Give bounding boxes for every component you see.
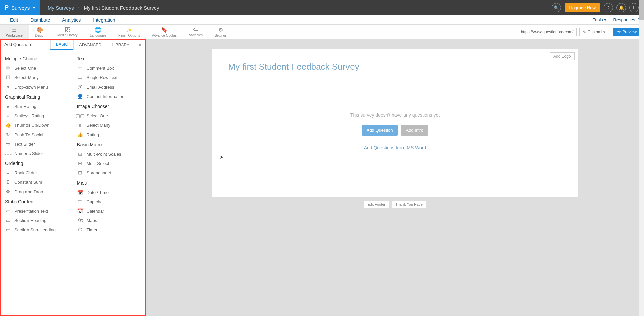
toolbar-right: ✎ Customize 👁 Preview [518, 25, 644, 39]
question-type-smiley-rating[interactable]: ☺Smiley - Rating [4, 111, 70, 120]
breadcrumb: My Surveys › My first Student Feedback S… [40, 5, 159, 11]
panel-body: Multiple Choice⦿Select One☑Select Many▾D… [1, 50, 145, 238]
tool-settings[interactable]: ⚙Settings [209, 25, 233, 39]
scrollbar[interactable] [639, 0, 644, 316]
breadcrumb-current: My first Student Feedback Survey [84, 5, 159, 11]
question-type-calendar[interactable]: 📅Calendar [76, 206, 142, 216]
preview-button[interactable]: 👁 Preview [613, 28, 641, 36]
app-name: Surveys [11, 5, 30, 11]
question-type-section-heading[interactable]: ▭Section Heading [4, 216, 70, 225]
star-rating-icon: ★ [5, 104, 11, 109]
question-type-select-one[interactable]: ⦿Select One [4, 63, 70, 73]
tab-advanced[interactable]: ADVANCED [73, 40, 107, 50]
question-type-select-one[interactable]: ▢▢Select One [76, 111, 142, 120]
survey-title[interactable]: My first Student Feedback Survey [212, 49, 578, 79]
text-slider-icon: ⇆ [5, 141, 11, 147]
smiley-rating-icon: ☺ [5, 113, 11, 118]
bell-icon[interactable]: 🔔 [616, 3, 626, 12]
numeric-slider-icon: ○○○ [5, 151, 11, 156]
question-type-rank-order[interactable]: ≡Rank Order [4, 168, 70, 177]
question-type-captcha[interactable]: ⬚Captcha [76, 197, 142, 206]
tool-languages[interactable]: 🌐Languages [84, 25, 113, 39]
question-type-spreadsheet[interactable]: ⊞Spreadsheet [76, 168, 142, 177]
tool-media-library[interactable]: 🖼Media Library [51, 25, 84, 39]
thank-you-page-button[interactable]: Thank You Page [392, 201, 426, 208]
question-type-star-rating[interactable]: ★Star Rating [4, 102, 70, 111]
category-header: Text [76, 53, 142, 63]
question-type-select-many[interactable]: ☑Select Many [4, 73, 70, 82]
chevron-down-icon: ▼ [32, 6, 36, 10]
question-type-label: Push To Social [14, 132, 43, 137]
tab-library[interactable]: LIBRARY [107, 40, 135, 50]
section-heading-icon: ▭ [5, 218, 11, 223]
question-type-single-row-text[interactable]: ▭Single Row Text [76, 73, 142, 82]
question-type-email-address[interactable]: @Email Address [76, 82, 142, 92]
panel-header: Add Question BASICADVANCEDLIBRARY ✕ [1, 40, 145, 50]
upgrade-button[interactable]: Upgrade Now [565, 3, 601, 12]
finish-options-icon: ✨ [126, 27, 132, 33]
question-type-section-sub-heading[interactable]: ▭Section Sub-Heading [4, 225, 70, 234]
customize-button[interactable]: ✎ Customize [579, 28, 610, 36]
question-type-contact-information[interactable]: 👤Contact Information [76, 92, 142, 101]
question-type-multi-point-scales[interactable]: ⊞Multi-Point Scales [76, 149, 142, 159]
tab-basic[interactable]: BASIC [50, 40, 73, 50]
add-logo-button[interactable]: Add Logo [550, 52, 574, 60]
spreadsheet-icon: ⊞ [77, 170, 83, 175]
panel-title: Add Question [1, 40, 34, 50]
question-type-constant-sum[interactable]: ΣConstant Sum [4, 177, 70, 187]
tool-finish-options[interactable]: ✨Finish Options [112, 25, 146, 39]
help-icon[interactable]: ? [604, 3, 613, 12]
select-one-icon: ▢▢ [77, 113, 83, 118]
question-type-date-time[interactable]: 📅Date / Time [76, 188, 142, 197]
toolbar: ☰Workspace🎨Design🖼Media Library🌐Language… [0, 25, 644, 39]
nav-item-integration[interactable]: Integration [87, 16, 121, 24]
tool-label: Languages [90, 34, 107, 37]
search-icon[interactable]: 🔍 [552, 3, 561, 12]
comment-box-icon: ▭ [77, 65, 83, 71]
survey-url-input[interactable] [518, 28, 577, 36]
nav-item-analytics[interactable]: Analytics [56, 16, 87, 24]
tool-design[interactable]: 🎨Design [29, 25, 51, 39]
empty-text: This survey doesn't have any questions y… [212, 112, 578, 118]
category-header: Static Content [4, 196, 70, 206]
close-icon[interactable]: ✕ [135, 40, 145, 50]
question-type-maps[interactable]: 🗺Maps [76, 216, 142, 225]
category-header: Misc [76, 177, 142, 188]
question-type-numeric-slider[interactable]: ○○○Numeric Slider [4, 149, 70, 158]
question-type-thumbs-up-down[interactable]: 👍Thumbs Up/Down [4, 120, 70, 130]
calendar-icon: 📅 [77, 208, 83, 214]
question-type-drag-and-drop[interactable]: ✥Drag and Drop [4, 187, 70, 196]
question-type-presentation-text[interactable]: ▭Presentation Text [4, 206, 70, 216]
canvas-area: Add Logo My first Student Feedback Surve… [146, 39, 644, 316]
question-type-comment-box[interactable]: ▭Comment Box [76, 63, 142, 73]
question-type-multi-select[interactable]: ⊞Multi-Select [76, 159, 142, 168]
category-header: Multiple Choice [4, 53, 70, 63]
question-type-label: Drag and Drop [14, 189, 43, 194]
edit-footer-button[interactable]: Edit Footer [364, 201, 389, 208]
question-type-select-many[interactable]: ▢▢Select Many [76, 120, 142, 130]
category-header: Graphical Rating [4, 92, 70, 102]
breadcrumb-link[interactable]: My Surveys [48, 5, 74, 11]
add-from-msword-link[interactable]: Add Questions from MS Word [364, 145, 426, 150]
question-type-text-slider[interactable]: ⇆Text Slider [4, 139, 70, 149]
question-type-rating[interactable]: 👍Rating [76, 130, 142, 139]
question-type-push-to-social[interactable]: ↻Push To Social [4, 130, 70, 139]
question-type-label: Comment Box [87, 66, 114, 71]
tool-label: Workspace [6, 34, 23, 37]
tool-variables[interactable]: 🏷Variables [183, 25, 209, 39]
nav-item-edit[interactable]: Edit [4, 16, 24, 24]
add-intro-button[interactable]: Add Intro [401, 125, 428, 136]
responses-count[interactable]: Responses: 0 [613, 17, 640, 22]
tool-workspace[interactable]: ☰Workspace [0, 25, 29, 39]
nav-item-distribute[interactable]: Distribute [24, 16, 56, 24]
question-type-label: Select One [14, 66, 36, 71]
question-type-timer[interactable]: ⏱Timer [76, 225, 142, 234]
add-question-button[interactable]: Add Question [362, 125, 398, 136]
tool-advance-quotas[interactable]: 🔖Advance Quotas [146, 25, 183, 39]
question-type-label: Captcha [87, 199, 103, 204]
question-type-drop-down-menu[interactable]: ▾Drop-down Menu [4, 82, 70, 92]
question-type-label: Multi-Select [87, 161, 109, 166]
tools-dropdown[interactable]: Tools ▾ [593, 17, 607, 22]
user-avatar[interactable]: L [629, 3, 639, 12]
app-launcher[interactable]: P Surveys ▼ [0, 0, 40, 15]
